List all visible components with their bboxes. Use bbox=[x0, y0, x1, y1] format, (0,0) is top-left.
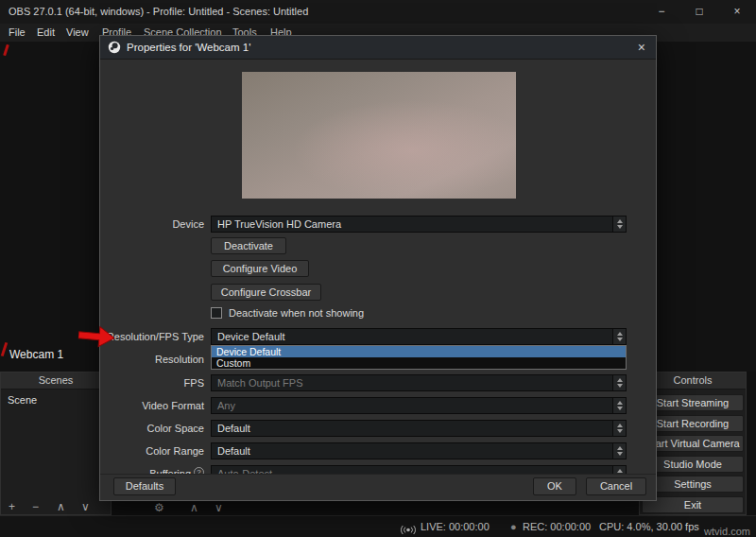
source-name-label: Webcam 1 bbox=[9, 348, 63, 361]
maximize-button[interactable]: □ bbox=[680, 0, 718, 24]
device-value: HP TrueVision HD Camera bbox=[217, 218, 341, 230]
red-annotation-arrow-icon bbox=[78, 323, 116, 354]
resolution-fps-type-open-list: Device Default Custom bbox=[211, 345, 627, 370]
watermark-label: wtvid.com bbox=[704, 526, 750, 537]
window-titlebar[interactable]: OBS 27.0.1 (64-bit, windows) - Profile: … bbox=[0, 0, 756, 24]
resolution-fps-type-dropdown[interactable]: Device Default bbox=[211, 328, 627, 345]
color-range-dropdown[interactable]: Default bbox=[211, 442, 627, 459]
remove-scene-icon[interactable]: − bbox=[32, 500, 39, 513]
configure-video-button[interactable]: Configure Video bbox=[211, 260, 309, 277]
menu-view[interactable]: View bbox=[66, 24, 89, 42]
source-selection-handle bbox=[1, 342, 8, 356]
start-streaming-button[interactable]: Start Streaming bbox=[642, 394, 744, 411]
rec-dot-icon: ● bbox=[510, 516, 517, 537]
cpu-fps-label: CPU: 4.0%, 30.00 fps bbox=[599, 516, 699, 537]
dialog-title: Properties for 'Webcam 1' bbox=[127, 36, 250, 59]
video-format-label: Video Format bbox=[100, 397, 204, 414]
video-format-value: Any bbox=[217, 400, 235, 411]
move-up-icon[interactable]: ∧ bbox=[57, 500, 65, 513]
spinner-arrows-icon[interactable] bbox=[612, 421, 626, 436]
window-controls: − □ × bbox=[643, 0, 756, 24]
spinner-arrows-icon[interactable] bbox=[612, 375, 626, 390]
source-down-icon[interactable]: ∨ bbox=[215, 501, 223, 514]
deactivate-when-not-showing-checkbox[interactable] bbox=[211, 307, 222, 319]
start-recording-button[interactable]: Start Recording bbox=[642, 415, 744, 432]
buffering-dropdown[interactable]: Auto-Detect bbox=[211, 465, 627, 474]
minimize-button[interactable]: − bbox=[643, 0, 680, 24]
buffering-label: Buffering bbox=[100, 465, 191, 474]
ok-button[interactable]: OK bbox=[533, 477, 576, 495]
source-properties-gear-icon[interactable]: ⚙ bbox=[154, 501, 164, 514]
menu-file[interactable]: File bbox=[9, 24, 26, 42]
studio-mode-button[interactable]: Studio Mode bbox=[642, 456, 744, 473]
source-up-icon[interactable]: ∧ bbox=[190, 501, 198, 514]
rec-time-label: REC: 00:00:00 bbox=[523, 516, 591, 537]
obs-main-window: OBS 27.0.1 (64-bit, windows) - Profile: … bbox=[0, 0, 756, 537]
device-dropdown[interactable]: HP TrueVision HD Camera bbox=[211, 216, 627, 233]
live-time-label: LIVE: 00:00:00 bbox=[421, 516, 490, 537]
live-broadcast-icon bbox=[401, 522, 416, 537]
spinner-arrows-icon[interactable] bbox=[612, 398, 626, 413]
dialog-separator bbox=[100, 474, 656, 475]
scene-list-item[interactable]: Scene bbox=[8, 394, 37, 406]
scenes-dock: Scenes Scene bbox=[0, 372, 112, 515]
video-format-dropdown[interactable]: Any bbox=[211, 397, 627, 414]
color-range-label: Color Range bbox=[100, 442, 204, 459]
checkbox-label: Deactivate when not showing bbox=[229, 306, 364, 320]
properties-dialog: Properties for 'Webcam 1' × Device HP Tr… bbox=[99, 35, 657, 501]
spinner-arrows-icon[interactable] bbox=[612, 329, 626, 344]
fps-dropdown[interactable]: Match Output FPS bbox=[211, 374, 627, 391]
device-label: Device bbox=[100, 216, 204, 233]
resolution-fps-type-value: Device Default bbox=[217, 331, 285, 342]
spinner-arrows-icon[interactable] bbox=[612, 466, 626, 474]
obs-logo-icon bbox=[108, 41, 121, 58]
window-title: OBS 27.0.1 (64-bit, windows) - Profile: … bbox=[9, 0, 308, 24]
spinner-arrows-icon[interactable] bbox=[612, 443, 626, 459]
source-selection-handle bbox=[3, 44, 9, 56]
dialog-close-icon[interactable]: × bbox=[638, 36, 645, 59]
dropdown-option-device-default[interactable]: Device Default bbox=[212, 346, 626, 357]
move-down-icon[interactable]: ∨ bbox=[81, 500, 90, 513]
close-button[interactable]: × bbox=[718, 0, 756, 24]
cancel-button[interactable]: Cancel bbox=[586, 477, 646, 495]
help-icon[interactable]: ? bbox=[194, 467, 204, 474]
color-space-label: Color Space bbox=[100, 420, 204, 437]
spinner-arrows-icon[interactable] bbox=[612, 217, 626, 232]
start-virtual-camera-button[interactable]: Start Virtual Camera bbox=[642, 435, 744, 452]
add-scene-icon[interactable]: + bbox=[9, 500, 15, 513]
exit-button[interactable]: Exit bbox=[642, 496, 744, 513]
menu-edit[interactable]: Edit bbox=[37, 24, 55, 42]
webcam-preview-image bbox=[242, 72, 516, 199]
deactivate-button[interactable]: Deactivate bbox=[211, 237, 286, 254]
color-range-value: Default bbox=[217, 445, 250, 457]
dialog-titlebar[interactable]: Properties for 'Webcam 1' × bbox=[100, 36, 656, 60]
color-space-dropdown[interactable]: Default bbox=[211, 420, 627, 437]
dropdown-option-custom[interactable]: Custom bbox=[212, 357, 626, 369]
color-space-value: Default bbox=[217, 423, 250, 434]
buffering-row: Buffering ? Auto-Detect bbox=[100, 465, 656, 474]
settings-button[interactable]: Settings bbox=[642, 476, 744, 493]
defaults-button[interactable]: Defaults bbox=[113, 477, 176, 495]
configure-crossbar-button[interactable]: Configure Crossbar bbox=[211, 284, 321, 301]
status-bar: LIVE: 00:00:00 ● REC: 00:00:00 CPU: 4.0%… bbox=[0, 515, 756, 537]
fps-label: FPS bbox=[100, 374, 204, 391]
scenes-dock-title[interactable]: Scenes bbox=[1, 372, 111, 390]
fps-value: Match Output FPS bbox=[217, 377, 302, 389]
